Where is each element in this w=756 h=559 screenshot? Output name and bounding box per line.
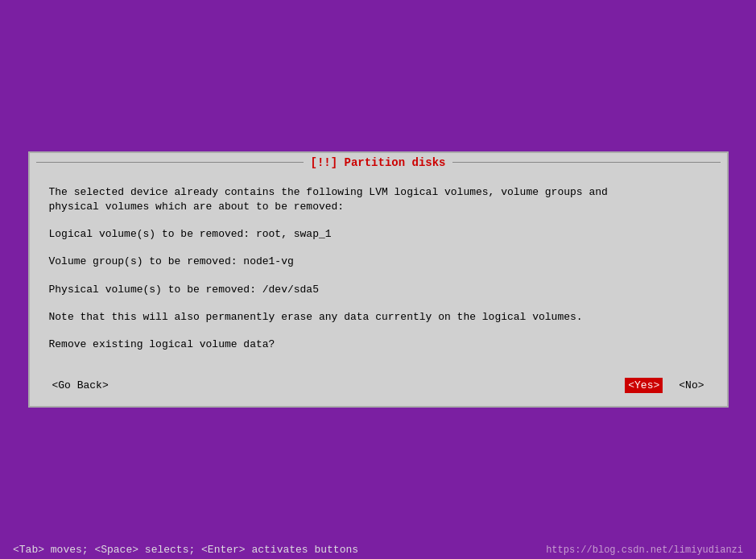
attribution-url: https://blog.csdn.net/limiyudianzi bbox=[546, 545, 743, 556]
logical-volumes-line: Logical volume(s) to be removed: root, s… bbox=[49, 227, 708, 242]
partition-disks-dialog: [!!] Partition disks The selected device… bbox=[28, 151, 729, 408]
physical-volumes-line: Physical volume(s) to be removed: /dev/s… bbox=[49, 283, 708, 297]
dialog-buttons-row: <Go Back> <Yes> <No> bbox=[30, 371, 727, 406]
lvm-description: The selected device already contains the… bbox=[49, 185, 708, 214]
keyboard-hint: <Tab> moves; <Space> selects; <Enter> ac… bbox=[13, 544, 358, 556]
right-buttons-group: <Yes> <No> bbox=[625, 378, 707, 393]
go-back-button[interactable]: <Go Back> bbox=[49, 378, 112, 393]
dialog-title: [!!] Partition disks bbox=[304, 156, 452, 169]
yes-button[interactable]: <Yes> bbox=[625, 378, 663, 393]
bottom-bar: <Tab> moves; <Space> selects; <Enter> ac… bbox=[0, 540, 756, 559]
dialog-body: The selected device already contains the… bbox=[30, 172, 727, 371]
erase-note: Note that this will also permanently era… bbox=[49, 310, 708, 325]
volume-groups-line: Volume group(s) to be removed: node1-vg bbox=[49, 255, 708, 269]
confirm-question: Remove existing logical volume data? bbox=[49, 337, 708, 352]
no-button[interactable]: <No> bbox=[675, 378, 707, 393]
dialog-title-bar: [!!] Partition disks bbox=[30, 153, 727, 172]
